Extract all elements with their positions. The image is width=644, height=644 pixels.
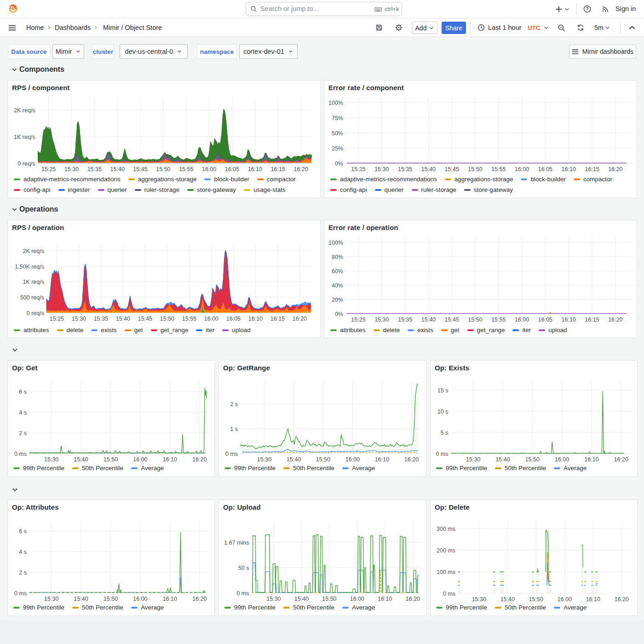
svg-text:15:50: 15:50 bbox=[529, 596, 543, 603]
svg-text:2K req/s: 2K req/s bbox=[23, 248, 44, 254]
svg-text:15:40: 15:40 bbox=[421, 166, 436, 172]
svg-text:1K req/s: 1K req/s bbox=[14, 134, 35, 140]
svg-text:2 s: 2 s bbox=[19, 569, 27, 576]
svg-text:15:30: 15:30 bbox=[466, 456, 480, 463]
svg-text:16:10: 16:10 bbox=[248, 166, 262, 172]
svg-text:1.67 mins: 1.67 mins bbox=[224, 540, 249, 546]
svg-text:16:15: 16:15 bbox=[271, 166, 285, 172]
svg-text:16:00: 16:00 bbox=[133, 596, 147, 602]
svg-text:15:35: 15:35 bbox=[398, 166, 412, 172]
svg-text:16:15: 16:15 bbox=[585, 166, 599, 172]
svg-text:0 ms: 0 ms bbox=[436, 451, 448, 457]
svg-text:15:40: 15:40 bbox=[74, 456, 88, 463]
svg-text:15:40: 15:40 bbox=[495, 456, 510, 463]
svg-text:15:50: 15:50 bbox=[468, 166, 482, 172]
svg-text:16:05: 16:05 bbox=[225, 166, 239, 172]
svg-text:50 s: 50 s bbox=[238, 565, 249, 571]
svg-text:15:40: 15:40 bbox=[500, 596, 515, 603]
svg-text:16:10: 16:10 bbox=[584, 456, 598, 463]
svg-text:16:20: 16:20 bbox=[406, 596, 420, 602]
svg-text:15:45: 15:45 bbox=[445, 316, 459, 323]
svg-text:1K req/s: 1K req/s bbox=[23, 279, 44, 285]
svg-text:15 s: 15 s bbox=[437, 387, 448, 394]
svg-text:15:30: 15:30 bbox=[266, 596, 281, 602]
svg-text:16:20: 16:20 bbox=[608, 166, 622, 172]
svg-text:16:15: 16:15 bbox=[270, 316, 285, 322]
svg-text:100%: 100% bbox=[328, 100, 343, 106]
svg-text:15:55: 15:55 bbox=[491, 166, 506, 172]
svg-text:15:25: 15:25 bbox=[351, 316, 365, 323]
svg-text:16:05: 16:05 bbox=[538, 316, 552, 323]
svg-text:2 s: 2 s bbox=[19, 430, 27, 437]
svg-text:10 s: 10 s bbox=[437, 408, 448, 415]
svg-text:16:10: 16:10 bbox=[163, 456, 177, 463]
svg-text:15:40: 15:40 bbox=[287, 456, 301, 463]
svg-text:4 s: 4 s bbox=[19, 409, 27, 416]
svg-text:15:45: 15:45 bbox=[138, 316, 152, 322]
svg-text:15:40: 15:40 bbox=[110, 166, 125, 172]
svg-text:5 s: 5 s bbox=[441, 430, 448, 436]
svg-text:0 ms: 0 ms bbox=[14, 451, 27, 457]
svg-text:?: ? bbox=[586, 6, 588, 12]
svg-text:15:50: 15:50 bbox=[322, 596, 336, 602]
svg-text:75%: 75% bbox=[332, 115, 343, 121]
svg-text:50%: 50% bbox=[332, 130, 343, 137]
svg-text:16:20: 16:20 bbox=[404, 456, 419, 463]
svg-text:15:30: 15:30 bbox=[44, 456, 58, 463]
svg-text:16:10: 16:10 bbox=[562, 316, 576, 323]
svg-text:15:50: 15:50 bbox=[316, 456, 330, 463]
svg-text:60%: 60% bbox=[332, 268, 343, 275]
svg-text:16:20: 16:20 bbox=[192, 456, 207, 463]
svg-text:16:20: 16:20 bbox=[293, 316, 307, 322]
svg-text:15:55: 15:55 bbox=[179, 166, 193, 172]
svg-text:15:45: 15:45 bbox=[445, 166, 459, 172]
svg-text:16:00: 16:00 bbox=[558, 596, 572, 603]
svg-text:6 s: 6 s bbox=[19, 528, 27, 535]
svg-text:15:50: 15:50 bbox=[525, 456, 540, 463]
svg-text:16:00: 16:00 bbox=[350, 596, 364, 602]
svg-text:80%: 80% bbox=[332, 254, 343, 260]
svg-text:15:55: 15:55 bbox=[491, 316, 506, 323]
svg-text:16:20: 16:20 bbox=[293, 166, 308, 172]
svg-text:16:00: 16:00 bbox=[202, 166, 216, 172]
svg-text:16:10: 16:10 bbox=[163, 596, 177, 602]
svg-text:15:35: 15:35 bbox=[94, 316, 108, 322]
svg-text:15:45: 15:45 bbox=[133, 166, 147, 172]
svg-text:15:50: 15:50 bbox=[104, 456, 118, 463]
svg-text:16:10: 16:10 bbox=[378, 596, 392, 602]
svg-text:15:50: 15:50 bbox=[160, 316, 174, 322]
svg-text:200 ms: 200 ms bbox=[437, 547, 455, 554]
svg-text:0%: 0% bbox=[335, 311, 343, 317]
svg-text:2K req/s: 2K req/s bbox=[14, 107, 35, 114]
svg-text:20%: 20% bbox=[332, 297, 343, 303]
svg-text:4 s: 4 s bbox=[19, 549, 27, 555]
svg-text:15:25: 15:25 bbox=[351, 166, 365, 172]
svg-text:300 ms: 300 ms bbox=[437, 526, 455, 532]
svg-text:16:10: 16:10 bbox=[586, 596, 600, 603]
svg-text:15:25: 15:25 bbox=[41, 166, 56, 172]
svg-text:0 ms: 0 ms bbox=[14, 590, 27, 597]
svg-text:15:30: 15:30 bbox=[64, 166, 79, 172]
svg-text:15:40: 15:40 bbox=[74, 596, 88, 602]
svg-text:16:10: 16:10 bbox=[562, 166, 576, 172]
svg-text:16:10: 16:10 bbox=[375, 456, 389, 463]
svg-text:15:40: 15:40 bbox=[421, 316, 436, 323]
svg-text:15:25: 15:25 bbox=[50, 316, 64, 322]
svg-text:25%: 25% bbox=[332, 145, 343, 152]
svg-text:15:50: 15:50 bbox=[156, 166, 170, 172]
svg-text:0 req/s: 0 req/s bbox=[27, 310, 44, 316]
svg-text:15:30: 15:30 bbox=[374, 166, 389, 172]
svg-text:16:00: 16:00 bbox=[515, 316, 529, 323]
svg-text:6 s: 6 s bbox=[19, 389, 27, 395]
svg-text:16:05: 16:05 bbox=[538, 166, 552, 172]
svg-text:0%: 0% bbox=[335, 161, 343, 167]
svg-text:16:00: 16:00 bbox=[515, 166, 529, 172]
svg-text:16:20: 16:20 bbox=[192, 596, 207, 602]
svg-text:40%: 40% bbox=[332, 282, 343, 289]
svg-text:1 s: 1 s bbox=[230, 426, 238, 432]
svg-text:15:35: 15:35 bbox=[87, 166, 102, 172]
svg-text:2 s: 2 s bbox=[230, 401, 238, 408]
svg-text:0 ms: 0 ms bbox=[236, 590, 249, 597]
svg-text:500 req/s: 500 req/s bbox=[20, 294, 44, 301]
svg-text:15:50: 15:50 bbox=[104, 596, 118, 602]
